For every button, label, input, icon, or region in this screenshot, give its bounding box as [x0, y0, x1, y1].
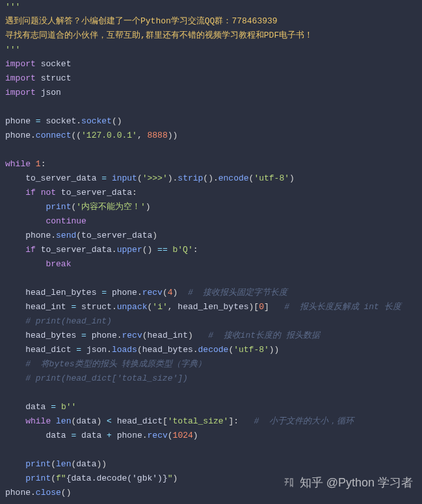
- docstring-line-1: 遇到问题没人解答？小编创建了一个Python学习交流QQ群：778463939: [5, 16, 278, 26]
- docstring-open: ''': [5, 2, 20, 12]
- code-block: ''' 遇到问题没人解答？小编创建了一个Python学习交流QQ群：778463…: [0, 0, 422, 500]
- docstring-close: ''': [5, 45, 20, 55]
- docstring-line-2: 寻找有志同道合的小伙伴，互帮互助,群里还有不错的视频学习教程和PDF电子书！: [5, 31, 313, 40]
